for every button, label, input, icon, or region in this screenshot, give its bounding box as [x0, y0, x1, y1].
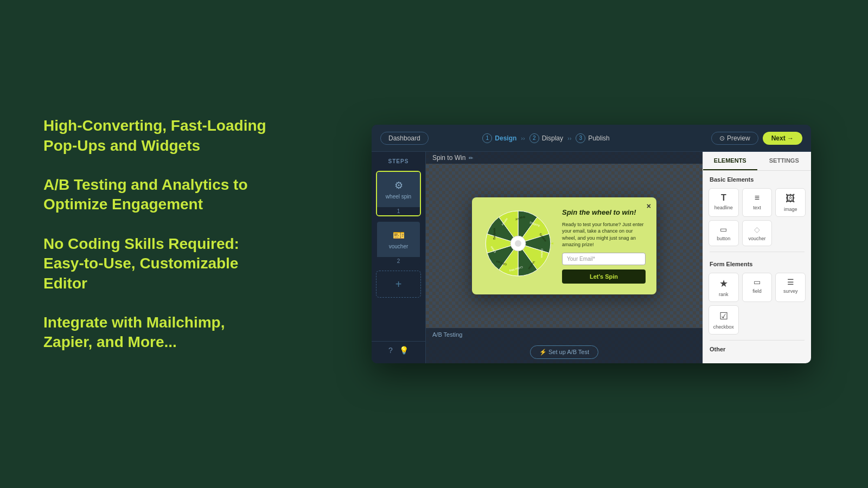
- text-icon: ≡: [755, 193, 760, 203]
- popup-description: Ready to test your fortune? Just enter y…: [562, 221, 646, 248]
- svg-marker-12: [551, 241, 553, 246]
- canvas-title-bar: Spin to Win ✏: [426, 152, 703, 164]
- step-badge-1: 1: [377, 207, 420, 215]
- right-panel: ELEMENTS SETTINGS Basic Elements T headl…: [703, 152, 811, 363]
- popup-title: Spin the wheel to win!: [562, 208, 646, 217]
- image-icon: 🖼: [786, 193, 795, 204]
- steps-title: STEPS: [372, 156, 425, 169]
- wheel-container: Shipping Speaker Clothes Voucher Coffee …: [483, 208, 553, 284]
- element-headline[interactable]: T headline: [709, 188, 739, 217]
- popup-widget: ×: [472, 197, 656, 294]
- breadcrumb-step-publish: 3 Publish: [576, 133, 609, 143]
- steps-footer: ? 💡: [372, 341, 425, 359]
- step-thumb-2: 🎫 voucher: [377, 222, 420, 257]
- voucher-icon: 🎫: [393, 229, 405, 241]
- editor-window: Dashboard 1 Design ›› 2 Display ›› 3 Pub…: [372, 125, 811, 363]
- divider-1: [710, 252, 805, 252]
- field-icon: ▭: [754, 278, 761, 286]
- step-thumb-1: ⚙ wheel spin: [377, 172, 420, 207]
- next-button[interactable]: Next →: [763, 132, 802, 145]
- canvas-area: Spin to Win ✏ ×: [426, 152, 703, 363]
- breadcrumb: 1 Design ›› 2 Display ›› 3 Publish: [482, 133, 609, 143]
- wheel-icon: ⚙: [394, 179, 403, 191]
- step-num-1: 1: [482, 133, 492, 143]
- element-voucher-label: voucher: [748, 236, 765, 241]
- step-num-3: 3: [576, 133, 585, 143]
- popup-spin-button[interactable]: Let's Spin: [562, 269, 646, 284]
- popup-close-button[interactable]: ×: [647, 202, 651, 210]
- element-rank[interactable]: ★ rank: [709, 273, 739, 302]
- element-survey[interactable]: ☰ survey: [775, 273, 806, 302]
- feature-4: Integrate with Mailchimp, Zapier, and Mo…: [43, 313, 271, 352]
- arrow-1: ››: [521, 135, 525, 142]
- step-badge-2: 2: [377, 257, 420, 265]
- step-label-design: Design: [495, 134, 516, 142]
- add-step-button[interactable]: +: [376, 271, 421, 298]
- spin-wheel: Shipping Speaker Clothes Voucher Coffee …: [483, 208, 553, 279]
- editor-wrapper: Dashboard 1 Design ›› 2 Display ›› 3 Pub…: [315, 125, 868, 363]
- other-label: Other: [703, 344, 811, 355]
- ab-footer: ⚡ Set up A/B Test: [426, 341, 703, 363]
- preview-button[interactable]: ⊙ Preview: [711, 132, 758, 145]
- preview-label: Preview: [727, 134, 750, 142]
- lightbulb-icon[interactable]: 💡: [399, 346, 409, 355]
- svg-point-11: [515, 240, 521, 247]
- ab-testing-bar: A/B Testing: [426, 328, 703, 341]
- element-voucher[interactable]: ◇ voucher: [742, 220, 773, 246]
- left-panel: High-Converting, Fast-Loading Pop-Ups an…: [0, 84, 315, 404]
- feature-2: A/B Testing and Analytics to Optimize En…: [43, 175, 271, 215]
- element-checkbox[interactable]: ☑ checkbox: [709, 305, 739, 335]
- arrow-2: ››: [567, 135, 571, 142]
- element-survey-label: survey: [783, 288, 798, 294]
- step-label-publish: Publish: [588, 134, 609, 142]
- element-checkbox-label: checkbox: [713, 324, 734, 330]
- form-elements-grid: ★ rank ▭ field ☰ survey ☑ checkbox: [703, 271, 811, 337]
- checkbox-icon: ☑: [719, 310, 728, 322]
- tab-elements[interactable]: ELEMENTS: [703, 152, 757, 170]
- element-headline-label: headline: [714, 205, 733, 210]
- basic-elements-title: Basic Elements: [703, 171, 811, 186]
- svg-text:Clothes: Clothes: [540, 249, 544, 258]
- canvas-title-text: Spin to Win: [432, 154, 465, 162]
- breadcrumb-step-design: 1 Design: [482, 133, 516, 143]
- element-text[interactable]: ≡ text: [742, 188, 773, 217]
- form-elements-title: Form Elements: [703, 255, 811, 271]
- preview-icon: ⊙: [719, 134, 725, 142]
- element-image[interactable]: 🖼 image: [775, 188, 806, 217]
- steps-sidebar: STEPS ⚙ wheel spin 1 🎫 voucher 2: [372, 152, 426, 363]
- feature-1: High-Converting, Fast-Loading Pop-Ups an…: [43, 116, 271, 156]
- step-name-2: voucher: [389, 243, 409, 249]
- dashboard-button[interactable]: Dashboard: [380, 132, 429, 145]
- svg-text:Backpack: Backpack: [493, 228, 496, 240]
- divider-2: [710, 340, 805, 341]
- breadcrumb-step-display: 2 Display: [529, 133, 563, 143]
- ab-setup-button[interactable]: ⚡ Set up A/B Test: [530, 345, 598, 359]
- ab-testing-label: A/B Testing: [432, 331, 462, 338]
- element-field-label: field: [752, 288, 762, 294]
- element-field[interactable]: ▭ field: [742, 273, 773, 302]
- canvas-title: Spin to Win ✏: [432, 154, 473, 162]
- tab-settings[interactable]: SETTINGS: [757, 152, 812, 170]
- help-icon[interactable]: ?: [388, 346, 393, 355]
- step-item-2[interactable]: 🎫 voucher 2: [376, 221, 421, 266]
- element-rank-label: rank: [719, 292, 729, 297]
- survey-icon: ☰: [787, 278, 794, 286]
- step-item-1[interactable]: ⚙ wheel spin 1: [376, 171, 421, 216]
- element-text-label: text: [753, 205, 761, 210]
- button-icon: ▭: [720, 225, 727, 234]
- top-bar-right: ⊙ Preview Next →: [711, 132, 802, 145]
- headline-icon: T: [721, 193, 726, 203]
- main-content: STEPS ⚙ wheel spin 1 🎫 voucher 2: [372, 152, 811, 363]
- step-num-2: 2: [529, 133, 539, 143]
- element-button[interactable]: ▭ button: [709, 220, 739, 246]
- panel-tabs: ELEMENTS SETTINGS: [703, 152, 811, 171]
- feature-3: No Coding Skills Required: Easy-to-Use, …: [43, 234, 271, 293]
- popup-email-input[interactable]: Your Email*: [562, 253, 646, 265]
- step-label-display: Display: [542, 134, 563, 142]
- add-icon: +: [395, 278, 402, 291]
- top-bar: Dashboard 1 Design ›› 2 Display ›› 3 Pub…: [372, 125, 811, 152]
- canvas-center[interactable]: ×: [426, 164, 703, 328]
- step-name-1: wheel spin: [386, 194, 411, 200]
- edit-title-icon[interactable]: ✏: [469, 155, 473, 161]
- popup-right: Spin the wheel to win! Ready to test you…: [562, 208, 646, 284]
